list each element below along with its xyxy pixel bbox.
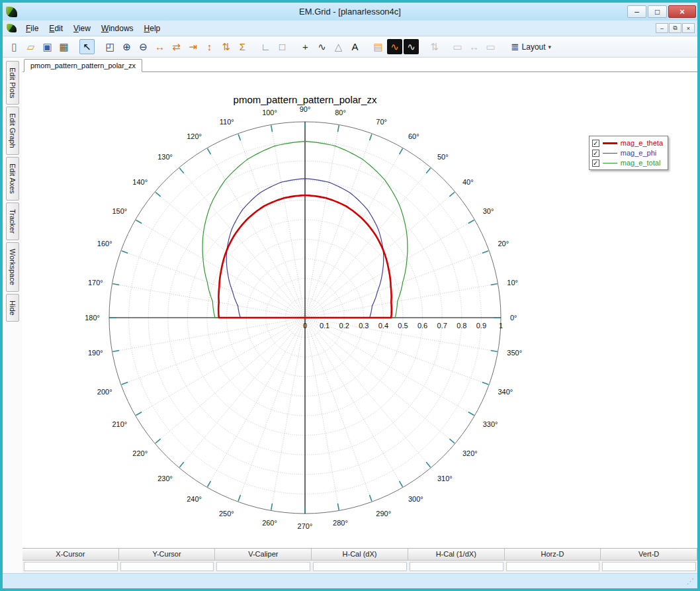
polar-angle-label: 10°: [507, 279, 518, 287]
crosshair-button[interactable]: +: [298, 39, 313, 54]
polar-grid-spoke: [271, 124, 305, 318]
legend-checkbox-mag-e-phi[interactable]: ✓: [592, 150, 599, 157]
zoom-out-button[interactable]: ⊖: [136, 39, 151, 54]
scroll-y-button[interactable]: ⇅: [218, 39, 234, 54]
polar-grid-spoke: [305, 318, 403, 487]
app-window: EM.Grid - [planarlesson4c] –□× FileEditV…: [0, 0, 700, 591]
mdi-minimize-button[interactable]: –: [656, 23, 668, 33]
side-tab-edit-graph[interactable]: Edit Graph: [6, 107, 19, 155]
marker-triangle-button[interactable]: △: [331, 39, 346, 54]
side-tab-workspace[interactable]: Workspace: [6, 242, 19, 292]
corner-axes-icon: ∟: [261, 42, 271, 52]
polar-tick: [482, 382, 488, 384]
polar-grid-spoke: [207, 318, 305, 487]
mdi-restore-button[interactable]: ⧉: [669, 23, 681, 33]
open-button[interactable]: ▱: [23, 39, 38, 54]
document-tab-active[interactable]: pmom_pattern_pattern_polar_zx: [24, 59, 142, 72]
polar-tick: [491, 284, 498, 285]
menu-item-edit[interactable]: Edit: [44, 22, 68, 35]
expand-x-icon: ↔: [155, 42, 165, 52]
menu-item-help[interactable]: Help: [139, 22, 166, 35]
readout-value-h-cal-dx: [313, 562, 407, 571]
layout-button[interactable]: ≣Layout▾: [506, 39, 556, 54]
mdi-close-button[interactable]: ×: [682, 23, 695, 33]
polar-tick: [155, 439, 161, 443]
polar-angle-label: 70°: [376, 118, 387, 126]
readout-value-vert-d: [602, 562, 696, 571]
dark-style-orange-button[interactable]: ∿: [387, 39, 402, 54]
print-button[interactable]: ▦: [56, 39, 71, 54]
expand-x-button[interactable]: ↔: [152, 39, 167, 54]
polar-tick: [449, 192, 455, 196]
pointer-icon: ↖: [83, 42, 91, 52]
print-icon: ▦: [59, 42, 68, 52]
side-tab-hide[interactable]: Hide: [6, 294, 19, 322]
polar-angle-label: 50°: [437, 153, 449, 161]
pan-horizontal-icon: ↔: [469, 42, 479, 52]
close-button[interactable]: ×: [668, 5, 696, 18]
polar-tick: [179, 168, 183, 173]
text-annotation-icon: A: [351, 42, 358, 52]
menu-item-file[interactable]: File: [21, 22, 44, 35]
window-title: EM.Grid - [planarlesson4c]: [3, 7, 697, 17]
polar-tick: [400, 149, 403, 155]
box-axes-button[interactable]: □: [275, 39, 290, 54]
curve-cursor-icon: ∿: [318, 42, 326, 52]
resize-grip[interactable]: ⋰: [687, 578, 694, 585]
polar-angle-label: 350°: [507, 349, 522, 357]
polar-grid-spoke: [121, 318, 305, 385]
polar-angle-label: 290°: [376, 510, 391, 518]
zoom-in-button[interactable]: ⊕: [119, 39, 134, 54]
maximize-button[interactable]: □: [648, 5, 667, 18]
dark-style-white-button[interactable]: ∿: [404, 39, 419, 54]
polar-angle-label: 90°: [300, 105, 311, 113]
zoom-window-button[interactable]: ◰: [103, 39, 118, 54]
new-icon: ▯: [11, 42, 17, 52]
legend-checkbox-mag-e-theta[interactable]: ✓: [592, 140, 599, 147]
polar-radial-label: 0.7: [437, 322, 447, 330]
toolbar-separator: [499, 39, 505, 54]
pointer-button[interactable]: ↖: [79, 39, 95, 54]
corner-axes-button[interactable]: ∟: [258, 39, 273, 54]
save-button[interactable]: ▣: [40, 39, 55, 54]
autoscale-button[interactable]: Σ: [235, 39, 250, 54]
curve-cursor-button[interactable]: ∿: [314, 39, 329, 54]
menu-item-windows[interactable]: Windows: [96, 22, 139, 35]
legend-label: mag_e_phi: [621, 149, 656, 157]
polar-tick: [482, 251, 488, 253]
polar-angle-label: 160°: [97, 240, 112, 248]
readout-header-horz-d: Horz-D: [505, 549, 601, 561]
text-annotation-button[interactable]: A: [347, 39, 363, 54]
zoom-out-icon: ⊖: [139, 42, 148, 52]
minimize-button[interactable]: –: [627, 5, 646, 18]
polar-radial-label: 0.6: [417, 322, 427, 330]
expand-y-button[interactable]: ↕: [202, 39, 217, 54]
polar-tick: [122, 382, 128, 384]
toolbar-buttons: ▯▱▣▦↖◰⊕⊖↔⇄⇥↕⇅Σ∟□+∿△A▤∿∿⇅▭↔▭≣Layout▾: [6, 39, 556, 54]
fit-x-button[interactable]: ⇥: [185, 39, 200, 54]
polar-grid-spoke: [305, 318, 431, 468]
page-style-button[interactable]: ▤: [371, 39, 386, 54]
polar-tick: [468, 220, 474, 224]
polar-angle-label: 310°: [437, 475, 453, 482]
new-button[interactable]: ▯: [7, 39, 22, 54]
side-tab-tracker[interactable]: Tracker: [6, 203, 19, 240]
legend: ✓mag_e_theta✓mag_e_phi✓mag_e_total: [589, 136, 668, 170]
polar-radial-label: 0.1: [320, 322, 329, 330]
scroll-x-button[interactable]: ⇄: [169, 39, 184, 54]
polar-angle-label: 210°: [112, 420, 127, 428]
legend-line-sample: [603, 153, 617, 154]
menu-item-view[interactable]: View: [68, 22, 96, 35]
legend-label: mag_e_theta: [621, 139, 663, 147]
polar-angle-label: 270°: [298, 522, 313, 530]
readout-header-v-caliper: V-Caliper: [215, 549, 312, 561]
polar-tick: [271, 504, 273, 510]
legend-checkbox-mag-e-total[interactable]: ✓: [592, 159, 599, 167]
polar-grid-spoke: [155, 192, 305, 318]
menu-items: FileEditViewWindowsHelp: [21, 22, 165, 35]
side-tab-edit-axes[interactable]: Edit Axes: [6, 157, 19, 201]
polar-grid-spoke: [305, 192, 455, 318]
plot-area: 0°10°20°30°40°50°60°70°80°90°100°110°120…: [22, 72, 697, 548]
open-icon: ▱: [27, 42, 35, 52]
side-tab-edit-plots[interactable]: Edit Plots: [6, 61, 19, 105]
